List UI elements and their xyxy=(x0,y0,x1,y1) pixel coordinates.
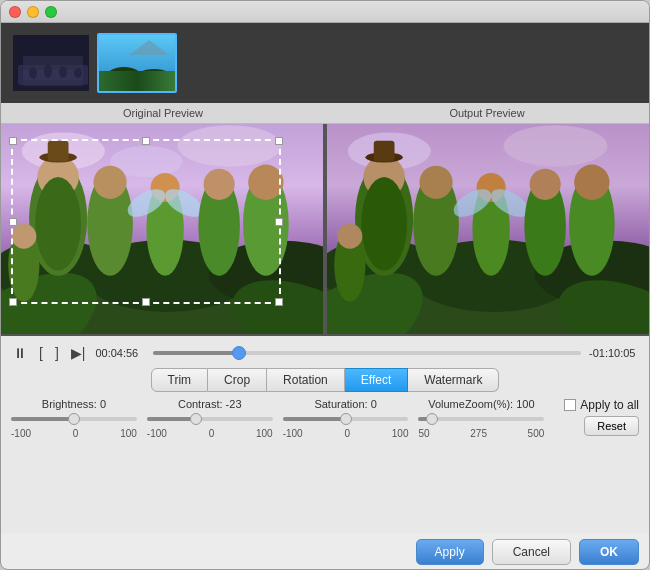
volumezoom-mid: 275 xyxy=(470,428,487,439)
apply-all-checkbox[interactable] xyxy=(564,399,576,411)
svg-point-52 xyxy=(419,166,452,199)
brightness-min: -100 xyxy=(11,428,31,439)
brightness-range: -100 0 100 xyxy=(11,428,137,439)
step-button[interactable]: ▶| xyxy=(69,346,88,360)
main-window: Original Preview Output Preview xyxy=(0,0,650,570)
apply-all-group: Apply to all Reset xyxy=(554,398,639,436)
contrast-min: -100 xyxy=(147,428,167,439)
contrast-label: Contrast: -23 xyxy=(178,398,242,410)
brightness-knob[interactable] xyxy=(68,413,80,425)
titlebar xyxy=(1,1,649,23)
seek-bar[interactable] xyxy=(153,351,581,355)
contrast-group: Contrast: -23 -100 0 100 xyxy=(147,398,273,439)
brightness-fill xyxy=(11,417,74,421)
close-button[interactable] xyxy=(9,6,21,18)
apply-all-label: Apply to all xyxy=(580,398,639,412)
saturation-fill xyxy=(283,417,346,421)
contrast-range: -100 0 100 xyxy=(147,428,273,439)
svg-point-14 xyxy=(178,125,282,167)
svg-rect-64 xyxy=(374,141,395,162)
svg-point-32 xyxy=(204,169,235,200)
saturation-label: Saturation: 0 xyxy=(314,398,376,410)
svg-point-36 xyxy=(11,224,36,249)
svg-point-41 xyxy=(504,125,608,167)
svg-point-60 xyxy=(574,165,609,200)
saturation-knob[interactable] xyxy=(340,413,352,425)
contrast-slider[interactable] xyxy=(147,417,273,421)
svg-rect-8 xyxy=(99,75,177,93)
seek-fill xyxy=(153,351,239,355)
saturation-slider[interactable] xyxy=(283,417,409,421)
transport-bar: ⏸ [ ] ▶| 00:04:56 -01:10:05 xyxy=(11,342,639,364)
ok-button[interactable]: OK xyxy=(579,539,639,565)
contrast-knob[interactable] xyxy=(190,413,202,425)
original-label: Original Preview xyxy=(1,103,325,123)
svg-point-50 xyxy=(361,177,407,270)
svg-rect-38 xyxy=(48,141,69,162)
volumezoom-label: VolumeZoom(%): 100 xyxy=(428,398,534,410)
brightness-group: Brightness: 0 -100 0 100 xyxy=(11,398,137,439)
tab-effect[interactable]: Effect xyxy=(345,368,408,392)
brightness-slider[interactable] xyxy=(11,417,137,421)
brightness-max: 100 xyxy=(120,428,137,439)
saturation-group: Saturation: 0 -100 0 100 xyxy=(283,398,409,439)
output-preview xyxy=(323,124,649,334)
svg-point-34 xyxy=(248,165,283,200)
effect-controls: Brightness: 0 -100 0 100 Contrast: -23 xyxy=(11,398,639,525)
apply-all-row: Apply to all xyxy=(564,398,639,412)
filmstrip xyxy=(1,23,649,103)
maximize-button[interactable] xyxy=(45,6,57,18)
svg-rect-7 xyxy=(99,35,177,93)
svg-point-58 xyxy=(530,169,561,200)
volumezoom-knob[interactable] xyxy=(426,413,438,425)
svg-rect-1 xyxy=(18,65,88,85)
cancel-button[interactable]: Cancel xyxy=(492,539,571,565)
svg-point-62 xyxy=(337,224,362,249)
contrast-mid: 0 xyxy=(209,428,215,439)
tab-watermark[interactable]: Watermark xyxy=(408,368,499,392)
original-preview xyxy=(1,124,323,334)
brightness-mid: 0 xyxy=(73,428,79,439)
contrast-fill xyxy=(147,417,196,421)
preview-area xyxy=(1,124,649,336)
reset-button[interactable]: Reset xyxy=(584,416,639,436)
sliders-row: Brightness: 0 -100 0 100 Contrast: -23 xyxy=(11,398,639,439)
output-label: Output Preview xyxy=(325,103,649,123)
svg-point-26 xyxy=(93,166,126,199)
time-current: 00:04:56 xyxy=(95,347,145,359)
controls-area: ⏸ [ ] ▶| 00:04:56 -01:10:05 Trim Crop Ro… xyxy=(1,336,649,533)
tab-rotation[interactable]: Rotation xyxy=(267,368,345,392)
svg-point-24 xyxy=(35,177,81,270)
filmstrip-thumb-2[interactable] xyxy=(97,33,177,93)
volumezoom-range: 50 275 500 xyxy=(418,428,544,439)
tabs-row: Trim Crop Rotation Effect Watermark xyxy=(11,368,639,392)
svg-point-4 xyxy=(44,64,52,78)
svg-rect-2 xyxy=(23,70,83,80)
seek-thumb[interactable] xyxy=(232,346,246,360)
saturation-range: -100 0 100 xyxy=(283,428,409,439)
volumezoom-slider[interactable] xyxy=(418,417,544,421)
svg-point-5 xyxy=(59,66,67,78)
saturation-max: 100 xyxy=(392,428,409,439)
minimize-button[interactable] xyxy=(27,6,39,18)
mark-in-button[interactable]: [ xyxy=(37,346,45,360)
time-remaining: -01:10:05 xyxy=(589,347,639,359)
preview-labels: Original Preview Output Preview xyxy=(1,103,649,124)
contrast-max: 100 xyxy=(256,428,273,439)
brightness-label: Brightness: 0 xyxy=(42,398,106,410)
saturation-mid: 0 xyxy=(344,428,350,439)
svg-point-6 xyxy=(74,68,82,78)
play-pause-button[interactable]: ⏸ xyxy=(11,346,29,360)
svg-point-10 xyxy=(134,69,174,89)
filmstrip-thumb-1[interactable] xyxy=(11,33,91,93)
saturation-min: -100 xyxy=(283,428,303,439)
tab-crop[interactable]: Crop xyxy=(208,368,267,392)
apply-button[interactable]: Apply xyxy=(416,539,484,565)
volumezoom-min: 50 xyxy=(418,428,429,439)
volumezoom-group: VolumeZoom(%): 100 50 275 500 xyxy=(418,398,544,439)
svg-rect-0 xyxy=(13,35,91,93)
mark-out-button[interactable]: ] xyxy=(53,346,61,360)
tab-trim[interactable]: Trim xyxy=(151,368,209,392)
bottom-buttons: Apply Cancel OK xyxy=(1,533,649,569)
svg-point-9 xyxy=(106,67,142,87)
